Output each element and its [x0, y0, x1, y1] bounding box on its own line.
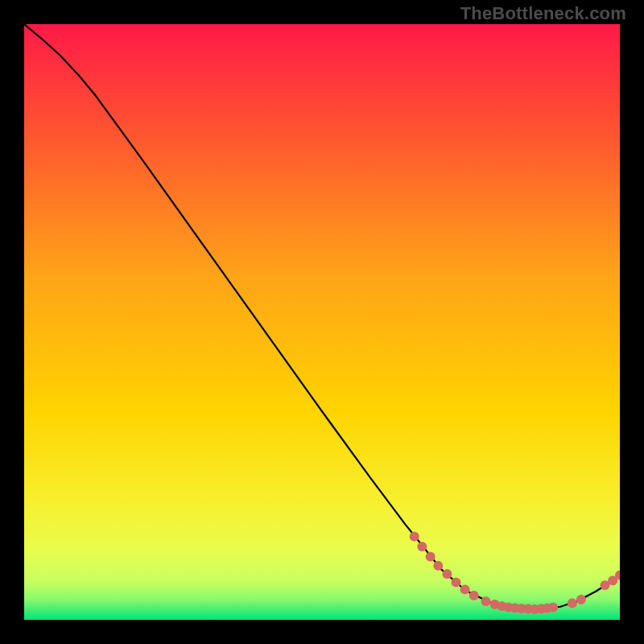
data-marker	[417, 542, 427, 551]
gradient-background	[24, 24, 620, 620]
data-marker	[568, 598, 577, 608]
data-marker	[410, 531, 419, 541]
data-marker	[426, 552, 436, 562]
chart-container: TheBottleneck.com	[0, 0, 644, 644]
chart-svg	[24, 24, 620, 620]
data-marker	[433, 561, 443, 571]
data-marker	[548, 602, 558, 612]
data-marker	[460, 584, 470, 594]
plot-area	[24, 24, 620, 620]
data-marker	[469, 591, 479, 601]
data-marker	[442, 569, 452, 579]
data-marker	[576, 595, 586, 605]
data-marker	[452, 577, 461, 587]
data-marker	[481, 597, 491, 606]
watermark-text: TheBottleneck.com	[460, 3, 626, 24]
